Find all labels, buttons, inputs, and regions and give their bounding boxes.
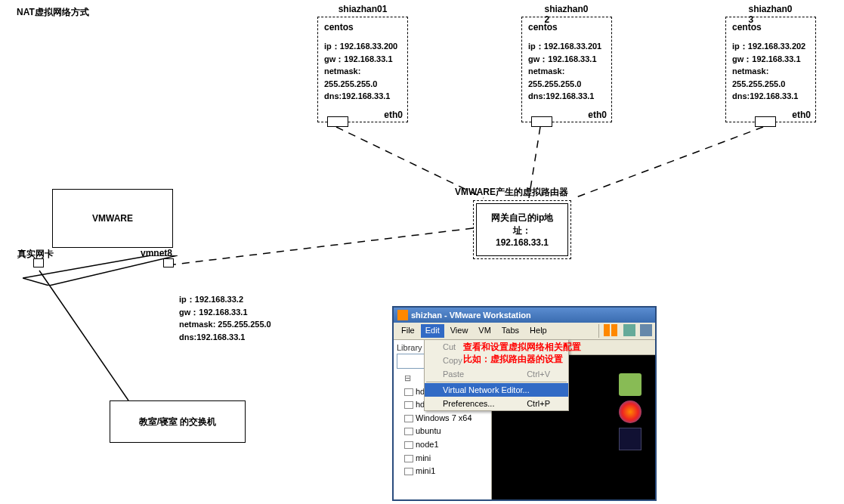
red-note-line2: 比如：虚拟路由器的设置 bbox=[463, 354, 581, 366]
menu-paste: PasteCtrl+V bbox=[425, 367, 568, 381]
vmnet8-dns: dns:192.168.33.1 bbox=[179, 331, 271, 344]
vm-netmask-3: netmask: 255.255.255.0 bbox=[732, 65, 809, 90]
vmnet8-port bbox=[163, 258, 174, 267]
svg-marker-0 bbox=[23, 255, 178, 286]
vm-netmask-1: netmask: 255.255.255.0 bbox=[324, 65, 401, 90]
menu-virtual-network-editor[interactable]: Virtual Network Editor... bbox=[425, 383, 568, 397]
svg-line-4 bbox=[174, 228, 473, 264]
vm-os-1: centos bbox=[318, 17, 407, 40]
vm-box-3: shiazhan0 3 centos ip：192.168.33.202 gw：… bbox=[725, 17, 816, 122]
tree-item[interactable]: ubuntu bbox=[397, 425, 488, 438]
vm-box-2: shiazhan0 2 centos ip：192.168.33.201 gw：… bbox=[521, 17, 612, 122]
toolbar-separator bbox=[598, 324, 599, 338]
menu-edit[interactable]: Edit bbox=[421, 324, 444, 338]
svg-line-5 bbox=[39, 271, 128, 400]
menu-file[interactable]: File bbox=[397, 324, 419, 338]
eth-label-2: eth0 bbox=[588, 110, 607, 120]
eth-label-3: eth0 bbox=[792, 110, 811, 120]
gateway-label: 网关自己的ip地址： bbox=[484, 212, 560, 237]
vm-box-1: shiazhan01 centos ip：192.168.33.200 gw：1… bbox=[317, 17, 408, 122]
real-nic-port bbox=[33, 258, 44, 267]
vm-gw-2: gw：192.168.33.1 bbox=[528, 53, 605, 66]
vm-dns-2: dns:192.168.33.1 bbox=[528, 90, 605, 103]
vm-ip-1: ip：192.168.33.200 bbox=[324, 40, 401, 53]
vmw-titlebar: shizhan - VMware Workstation bbox=[394, 308, 655, 323]
eth-port-2 bbox=[531, 116, 552, 127]
switch-box: 教室/寝室 的交换机 bbox=[110, 400, 246, 443]
vmware-base-shape bbox=[23, 255, 178, 286]
vm-gw-1: gw：192.168.33.1 bbox=[324, 53, 401, 66]
vmw-menubar: File Edit View VM Tabs Help bbox=[394, 323, 655, 340]
page-title: NAT虚拟网络方式 bbox=[17, 6, 89, 19]
red-note-line1: 查看和设置虚拟网络相关配置 bbox=[463, 342, 581, 354]
menu-view[interactable]: View bbox=[446, 324, 473, 338]
menu-separator bbox=[426, 382, 567, 382]
fullscreen-icon[interactable] bbox=[640, 324, 652, 336]
gateway-ip: 192.168.33.1 bbox=[484, 237, 560, 248]
vmw-window-title: shizhan - VMware Workstation bbox=[411, 311, 531, 320]
vmnet8-config: ip：192.168.33.2 gw：192.168.33.1 netmask:… bbox=[179, 293, 271, 343]
virtual-router: 网关自己的ip地址： 192.168.33.1 bbox=[473, 200, 571, 259]
firefox-icon[interactable] bbox=[619, 400, 642, 423]
vmnet8-gw: gw：192.168.33.1 bbox=[179, 306, 271, 319]
vmnet8-netmask: netmask: 255.255.255.0 bbox=[179, 318, 271, 331]
menu-tabs[interactable]: Tabs bbox=[497, 324, 524, 338]
red-annotation: 查看和设置虚拟网络相关配置 比如：虚拟路由器的设置 bbox=[463, 342, 581, 365]
svg-line-3 bbox=[574, 127, 763, 198]
vm-name-2: shiazhan0 2 bbox=[545, 4, 589, 25]
vmnet8-ip: ip：192.168.33.2 bbox=[179, 293, 271, 306]
eth-label-1: eth0 bbox=[384, 110, 403, 120]
trash-icon[interactable] bbox=[619, 373, 642, 396]
menu-help[interactable]: Help bbox=[525, 324, 552, 338]
menu-preferences[interactable]: Preferences...Ctrl+P bbox=[425, 397, 568, 410]
eth-port-1 bbox=[327, 116, 348, 127]
toolbar-icon[interactable] bbox=[623, 324, 635, 336]
vmware-workstation-window: shizhan - VMware Workstation File Edit V… bbox=[392, 306, 657, 501]
vm-name-3: shiazhan0 3 bbox=[749, 4, 793, 25]
pause-icon[interactable] bbox=[604, 324, 610, 336]
vm-dns-3: dns:192.168.33.1 bbox=[732, 90, 809, 103]
router-label: VMWARE产生的虚拟路由器 bbox=[455, 186, 568, 199]
vm-netmask-2: netmask: 255.255.255.0 bbox=[528, 65, 605, 90]
tree-item[interactable]: node1 bbox=[397, 438, 488, 452]
vm-ip-3: ip：192.168.33.202 bbox=[732, 40, 809, 53]
vm-name-1: shiazhan01 bbox=[339, 4, 388, 14]
vmware-app-icon bbox=[397, 310, 408, 320]
vm-dns-1: dns:192.168.33.1 bbox=[324, 90, 401, 103]
eth-port-3 bbox=[755, 116, 776, 127]
tree-item[interactable]: Windows 7 x64 bbox=[397, 412, 488, 425]
pause-icon-2[interactable] bbox=[611, 324, 617, 336]
vmware-box: VMWARE bbox=[52, 189, 173, 248]
tree-item[interactable]: mini bbox=[397, 452, 488, 465]
vm-ip-2: ip：192.168.33.201 bbox=[528, 40, 605, 53]
vm-gw-3: gw：192.168.33.1 bbox=[732, 53, 809, 66]
menu-vm[interactable]: VM bbox=[474, 324, 496, 338]
terminal-icon[interactable] bbox=[619, 428, 642, 450]
tree-item[interactable]: mini1 bbox=[397, 465, 488, 478]
